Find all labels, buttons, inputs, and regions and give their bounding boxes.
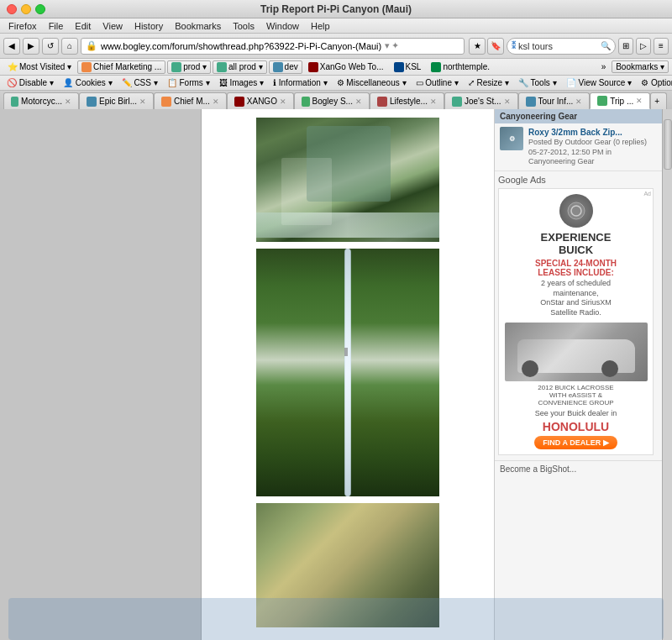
reload-button[interactable]: ↺	[42, 38, 59, 55]
bm-dev[interactable]: dev	[269, 60, 302, 74]
ad-dealer-text: See your Buick dealer in	[504, 409, 648, 417]
menu-view[interactable]: View	[97, 20, 128, 32]
tool-css[interactable]: ✏️ CSS ▾	[118, 78, 161, 87]
center-panel[interactable]	[202, 109, 494, 640]
tool-outline[interactable]: ▭ Outline ▾	[412, 78, 462, 87]
tab-new[interactable]: +	[650, 92, 667, 109]
title-bar: Trip Report Pi-Pi Canyon (Maui)	[0, 0, 672, 18]
tab-bogley-s[interactable]: Bogley S... ✕	[294, 92, 370, 109]
tool-disable[interactable]: 🚫 Disable ▾	[3, 78, 57, 87]
google-ads-title: Google Ads	[498, 175, 659, 185]
forum-image-waterfall	[256, 249, 439, 496]
scrollbar-thumb[interactable]	[664, 119, 672, 170]
menu-help[interactable]: Help	[306, 20, 335, 32]
maximize-button[interactable]	[35, 4, 45, 14]
tab-epic-birl[interactable]: Epic Birl... ✕	[79, 92, 154, 109]
tool-view-source[interactable]: 📄 View Source ▾	[563, 78, 636, 87]
tab-xango[interactable]: XANGO ✕	[227, 92, 294, 109]
ad-subheadline: SPECIAL 24-MONTH LEASES INCLUDE:	[504, 259, 648, 277]
tool-tools[interactable]: 🔧 Tools ▾	[515, 78, 560, 87]
menu-history[interactable]: History	[129, 20, 168, 32]
menu-bookmarks[interactable]: Bookmarks	[170, 20, 226, 32]
right-panel: Canyoneering Gear ⚙ Roxy 3/2mm Back Zip.…	[494, 109, 662, 640]
become-bigshot-section[interactable]: Become a BigShot...	[495, 460, 662, 477]
home-button[interactable]: ⌂	[61, 38, 78, 55]
tab-tour-inf[interactable]: Tour Inf... ✕	[518, 92, 591, 109]
minimize-button[interactable]	[21, 4, 31, 14]
window-title: Trip Report Pi-Pi Canyon (Maui)	[260, 3, 412, 15]
bm-northtemple[interactable]: northtemple.	[427, 61, 494, 73]
ad-caption: 2012 BUICK LACROSSE WITH eASSIST & CONVE…	[504, 384, 648, 407]
nav-extra-2[interactable]: ▷	[636, 38, 651, 55]
buick-ad[interactable]: Ad EXPERIENCE BUICK SPECIAL 24-MONTH LEA…	[498, 188, 654, 455]
tab-joes-st[interactable]: Joe's St... ✕	[444, 92, 518, 109]
tool-forms[interactable]: 📋 Forms ▾	[164, 78, 213, 87]
tool-resize[interactable]: ⤢ Resize ▾	[465, 78, 512, 87]
google-ads-section: Google Ads Ad EXPERIENCE BUICK SPECIAL 2…	[495, 171, 662, 459]
bm-prod[interactable]: prod ▾	[167, 60, 211, 74]
window-controls[interactable]	[7, 4, 45, 14]
buick-logo	[559, 194, 593, 228]
bm-all-prod[interactable]: all prod ▾	[213, 60, 267, 74]
ad-city: HONOLULU	[504, 420, 648, 433]
nav-extra-3[interactable]: ≡	[654, 38, 669, 55]
scrollbar-track[interactable]	[662, 109, 672, 640]
tab-trip[interactable]: Trip ... ✕	[590, 92, 650, 109]
tool-options[interactable]: ⚙ Options ▾	[638, 78, 672, 87]
search-text: ksl tours	[518, 41, 598, 51]
menu-tools[interactable]: Tools	[228, 20, 260, 32]
menu-firefox[interactable]: Firefox	[3, 20, 42, 32]
tools-bar: 🚫 Disable ▾ 👤 Cookies ▾ ✏️ CSS ▾ 📋 Forms…	[0, 76, 672, 91]
menu-bar: Firefox File Edit View History Bookmarks…	[0, 18, 672, 34]
tab-lifestyle[interactable]: Lifestyle... ✕	[370, 92, 444, 109]
ad-find-dealer-button[interactable]: FIND A DEALER ▶	[534, 436, 617, 449]
star-button[interactable]: ★	[469, 38, 486, 55]
ad-headline: EXPERIENCE BUICK	[504, 231, 648, 256]
nav-bar: ◀ ▶ ↺ ⌂ 🔒 www.bogley.com/forum/showthrea…	[0, 34, 672, 59]
ad-badge: Ad	[643, 191, 651, 197]
bookmark-button[interactable]: 🔖	[487, 38, 504, 55]
search-icon[interactable]: 🔍	[601, 41, 611, 50]
tab-motorcyc[interactable]: Motorcyc... ✕	[3, 92, 79, 109]
address-bar[interactable]: 🔒 www.bogley.com/forum/showthread.php?63…	[81, 38, 465, 55]
tool-miscellaneous[interactable]: ⚙ Miscellaneous ▾	[333, 78, 410, 87]
ad-body-text: 2 years of scheduled maintenance, OnStar…	[504, 279, 648, 318]
bm-more[interactable]: »	[597, 61, 611, 72]
forum-image-bottom	[256, 503, 439, 627]
bm-most-visited[interactable]: ⭐ Most Visited ▾	[3, 61, 76, 72]
close-button[interactable]	[7, 4, 17, 14]
canyoneering-gear-title: Canyoneering Gear	[495, 109, 662, 123]
menu-window[interactable]: Window	[261, 20, 304, 32]
nav-extra-1[interactable]: ⊞	[618, 38, 633, 55]
bm-ksl[interactable]: KSL	[390, 61, 426, 73]
bookmarks-bar: ⭐ Most Visited ▾ Chief Marketing ... pro…	[0, 59, 672, 76]
bm-xango[interactable]: XanGo Web To...	[304, 61, 388, 73]
back-button[interactable]: ◀	[3, 38, 20, 55]
tab-chief-m[interactable]: Chief M... ✕	[154, 92, 227, 109]
ad-car-image	[505, 323, 648, 381]
gear-post-text: Roxy 3/2mm Back Zip... Posted By Outdoor…	[528, 127, 647, 167]
tool-cookies[interactable]: 👤 Cookies ▾	[60, 78, 116, 87]
forward-button[interactable]: ▶	[23, 38, 39, 55]
gear-post-icon: ⚙	[500, 127, 523, 150]
left-panel	[0, 109, 202, 640]
bm-chief-marketing[interactable]: Chief Marketing ...	[77, 60, 165, 74]
tool-images[interactable]: 🖼 Images ▾	[216, 78, 267, 87]
gear-post-item[interactable]: ⚙ Roxy 3/2mm Back Zip... Posted By Outdo…	[495, 123, 662, 171]
menu-edit[interactable]: Edit	[70, 20, 96, 32]
search-bar[interactable]: ⁑ ksl tours 🔍	[507, 38, 616, 55]
svg-point-0	[568, 202, 585, 219]
tool-information[interactable]: ℹ Information ▾	[270, 78, 331, 87]
forum-image-top	[256, 118, 439, 242]
bm-bookmarks-menu[interactable]: Bookmarks ▾	[612, 60, 669, 73]
main-content: Canyoneering Gear ⚙ Roxy 3/2mm Back Zip.…	[0, 109, 672, 640]
tab-bar: Motorcyc... ✕ Epic Birl... ✕ Chief M... …	[0, 91, 672, 109]
menu-file[interactable]: File	[44, 20, 69, 32]
tab-close-motorcyc[interactable]: ✕	[65, 97, 71, 106]
address-text: www.bogley.com/forum/showthread.php?6392…	[101, 41, 381, 51]
